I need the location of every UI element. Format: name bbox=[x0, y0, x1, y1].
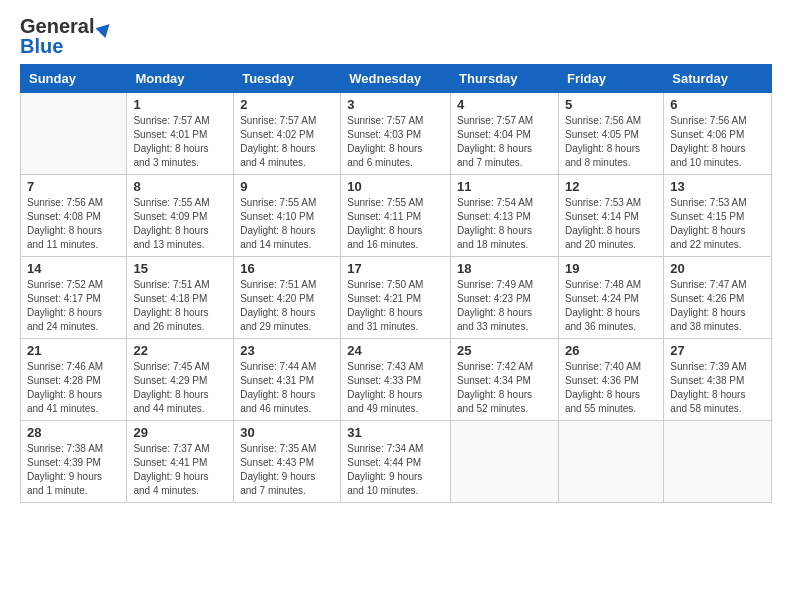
day-info-line: Daylight: 8 hours bbox=[565, 307, 640, 318]
day-info-line: Sunset: 4:28 PM bbox=[27, 375, 101, 386]
day-info-line: Sunset: 4:43 PM bbox=[240, 457, 314, 468]
day-number: 7 bbox=[27, 179, 120, 194]
day-number: 25 bbox=[457, 343, 552, 358]
day-number: 23 bbox=[240, 343, 334, 358]
day-info-line: and 7 minutes. bbox=[457, 157, 523, 168]
day-info: Sunrise: 7:53 AMSunset: 4:14 PMDaylight:… bbox=[565, 196, 657, 252]
day-info-line: and 8 minutes. bbox=[565, 157, 631, 168]
day-info-line: Daylight: 8 hours bbox=[670, 225, 745, 236]
logo-text: General bbox=[20, 16, 112, 36]
day-info: Sunrise: 7:57 AMSunset: 4:01 PMDaylight:… bbox=[133, 114, 227, 170]
day-info-line: Sunrise: 7:56 AM bbox=[27, 197, 103, 208]
calendar-table: SundayMondayTuesdayWednesdayThursdayFrid… bbox=[20, 64, 772, 503]
day-info-line: Sunrise: 7:56 AM bbox=[565, 115, 641, 126]
calendar-cell bbox=[451, 421, 559, 503]
day-info-line: Sunset: 4:02 PM bbox=[240, 129, 314, 140]
day-info-line: and 44 minutes. bbox=[133, 403, 204, 414]
day-info: Sunrise: 7:37 AMSunset: 4:41 PMDaylight:… bbox=[133, 442, 227, 498]
calendar-week-row: 1Sunrise: 7:57 AMSunset: 4:01 PMDaylight… bbox=[21, 93, 772, 175]
day-info-line: Sunset: 4:24 PM bbox=[565, 293, 639, 304]
day-info: Sunrise: 7:35 AMSunset: 4:43 PMDaylight:… bbox=[240, 442, 334, 498]
day-info-line: Sunset: 4:01 PM bbox=[133, 129, 207, 140]
day-info-line: Sunset: 4:21 PM bbox=[347, 293, 421, 304]
weekday-header: Tuesday bbox=[234, 65, 341, 93]
day-info-line: Daylight: 8 hours bbox=[27, 225, 102, 236]
calendar-cell: 27Sunrise: 7:39 AMSunset: 4:38 PMDayligh… bbox=[664, 339, 772, 421]
day-number: 31 bbox=[347, 425, 444, 440]
day-info-line: Sunset: 4:08 PM bbox=[27, 211, 101, 222]
day-info-line: Sunrise: 7:40 AM bbox=[565, 361, 641, 372]
day-info-line: Daylight: 8 hours bbox=[27, 307, 102, 318]
weekday-header: Friday bbox=[558, 65, 663, 93]
calendar-cell: 28Sunrise: 7:38 AMSunset: 4:39 PMDayligh… bbox=[21, 421, 127, 503]
day-number: 15 bbox=[133, 261, 227, 276]
day-info-line: Daylight: 9 hours bbox=[347, 471, 422, 482]
day-info-line: Daylight: 8 hours bbox=[240, 225, 315, 236]
logo: General Blue bbox=[20, 16, 112, 56]
day-info-line: Daylight: 9 hours bbox=[240, 471, 315, 482]
day-number: 30 bbox=[240, 425, 334, 440]
calendar-week-row: 28Sunrise: 7:38 AMSunset: 4:39 PMDayligh… bbox=[21, 421, 772, 503]
day-number: 21 bbox=[27, 343, 120, 358]
day-info: Sunrise: 7:56 AMSunset: 4:06 PMDaylight:… bbox=[670, 114, 765, 170]
day-info-line: and 4 minutes. bbox=[240, 157, 306, 168]
day-info: Sunrise: 7:46 AMSunset: 4:28 PMDaylight:… bbox=[27, 360, 120, 416]
calendar-cell: 8Sunrise: 7:55 AMSunset: 4:09 PMDaylight… bbox=[127, 175, 234, 257]
calendar-cell: 30Sunrise: 7:35 AMSunset: 4:43 PMDayligh… bbox=[234, 421, 341, 503]
weekday-header: Monday bbox=[127, 65, 234, 93]
day-info-line: Daylight: 8 hours bbox=[133, 143, 208, 154]
day-info-line: and 6 minutes. bbox=[347, 157, 413, 168]
day-number: 18 bbox=[457, 261, 552, 276]
calendar-cell: 16Sunrise: 7:51 AMSunset: 4:20 PMDayligh… bbox=[234, 257, 341, 339]
day-info-line: Sunrise: 7:39 AM bbox=[670, 361, 746, 372]
day-info-line: and 46 minutes. bbox=[240, 403, 311, 414]
day-info-line: and 14 minutes. bbox=[240, 239, 311, 250]
day-info: Sunrise: 7:48 AMSunset: 4:24 PMDaylight:… bbox=[565, 278, 657, 334]
day-info-line: Sunrise: 7:44 AM bbox=[240, 361, 316, 372]
calendar-cell: 23Sunrise: 7:44 AMSunset: 4:31 PMDayligh… bbox=[234, 339, 341, 421]
day-info: Sunrise: 7:56 AMSunset: 4:05 PMDaylight:… bbox=[565, 114, 657, 170]
day-info: Sunrise: 7:34 AMSunset: 4:44 PMDaylight:… bbox=[347, 442, 444, 498]
day-info-line: and 11 minutes. bbox=[27, 239, 98, 250]
calendar-cell: 13Sunrise: 7:53 AMSunset: 4:15 PMDayligh… bbox=[664, 175, 772, 257]
day-info-line: Sunrise: 7:47 AM bbox=[670, 279, 746, 290]
calendar-cell bbox=[558, 421, 663, 503]
day-info-line: Daylight: 8 hours bbox=[565, 143, 640, 154]
day-info: Sunrise: 7:50 AMSunset: 4:21 PMDaylight:… bbox=[347, 278, 444, 334]
day-number: 27 bbox=[670, 343, 765, 358]
day-info: Sunrise: 7:47 AMSunset: 4:26 PMDaylight:… bbox=[670, 278, 765, 334]
day-info-line: Sunset: 4:20 PM bbox=[240, 293, 314, 304]
day-number: 12 bbox=[565, 179, 657, 194]
day-info-line: Daylight: 8 hours bbox=[670, 389, 745, 400]
day-info-line: Daylight: 8 hours bbox=[347, 307, 422, 318]
day-number: 8 bbox=[133, 179, 227, 194]
day-number: 13 bbox=[670, 179, 765, 194]
day-info-line: Sunset: 4:17 PM bbox=[27, 293, 101, 304]
day-info-line: Sunset: 4:09 PM bbox=[133, 211, 207, 222]
calendar-cell: 15Sunrise: 7:51 AMSunset: 4:18 PMDayligh… bbox=[127, 257, 234, 339]
day-info: Sunrise: 7:55 AMSunset: 4:11 PMDaylight:… bbox=[347, 196, 444, 252]
day-info-line: and 55 minutes. bbox=[565, 403, 636, 414]
calendar-cell: 12Sunrise: 7:53 AMSunset: 4:14 PMDayligh… bbox=[558, 175, 663, 257]
day-info-line: Sunrise: 7:42 AM bbox=[457, 361, 533, 372]
day-info: Sunrise: 7:39 AMSunset: 4:38 PMDaylight:… bbox=[670, 360, 765, 416]
calendar-week-row: 7Sunrise: 7:56 AMSunset: 4:08 PMDaylight… bbox=[21, 175, 772, 257]
day-info-line: and 3 minutes. bbox=[133, 157, 199, 168]
calendar-cell: 3Sunrise: 7:57 AMSunset: 4:03 PMDaylight… bbox=[341, 93, 451, 175]
calendar-cell: 11Sunrise: 7:54 AMSunset: 4:13 PMDayligh… bbox=[451, 175, 559, 257]
day-info: Sunrise: 7:52 AMSunset: 4:17 PMDaylight:… bbox=[27, 278, 120, 334]
day-number: 19 bbox=[565, 261, 657, 276]
day-info: Sunrise: 7:40 AMSunset: 4:36 PMDaylight:… bbox=[565, 360, 657, 416]
day-info: Sunrise: 7:57 AMSunset: 4:02 PMDaylight:… bbox=[240, 114, 334, 170]
day-number: 10 bbox=[347, 179, 444, 194]
calendar-cell: 2Sunrise: 7:57 AMSunset: 4:02 PMDaylight… bbox=[234, 93, 341, 175]
weekday-header: Saturday bbox=[664, 65, 772, 93]
day-info-line: Sunset: 4:15 PM bbox=[670, 211, 744, 222]
day-info: Sunrise: 7:51 AMSunset: 4:18 PMDaylight:… bbox=[133, 278, 227, 334]
day-info-line: Sunset: 4:11 PM bbox=[347, 211, 421, 222]
day-info-line: Sunrise: 7:35 AM bbox=[240, 443, 316, 454]
day-info-line: and 26 minutes. bbox=[133, 321, 204, 332]
day-info-line: Sunrise: 7:57 AM bbox=[133, 115, 209, 126]
day-info-line: Daylight: 8 hours bbox=[133, 225, 208, 236]
day-info-line: Sunrise: 7:53 AM bbox=[670, 197, 746, 208]
